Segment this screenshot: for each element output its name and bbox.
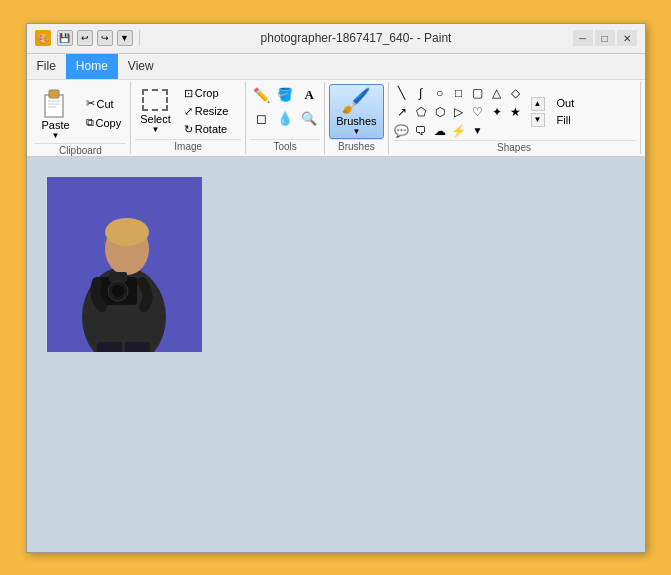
oval-shape[interactable]: ○ (431, 84, 449, 102)
shapes-group: ╲ ∫ ○ □ ▢ △ ◇ ↗ ⬠ ⬡ ▷ (389, 82, 641, 154)
rect-shape[interactable]: □ (450, 84, 468, 102)
clipboard-group: Paste ▼ ✂ Cut ⧉ Copy Clipboard (31, 82, 132, 154)
tools-label: Tools (250, 139, 320, 152)
color-picker-tool[interactable]: 💧 (274, 108, 296, 130)
brush-icon: 🖌️ (341, 87, 371, 115)
line-shape[interactable]: ╲ (393, 84, 411, 102)
fill-tool[interactable]: 🪣 (274, 84, 296, 106)
triangle-shape[interactable]: △ (488, 84, 506, 102)
star4-shape[interactable]: ✦ (488, 103, 506, 121)
shapes-label: Shapes (393, 140, 636, 153)
maximize-button[interactable]: □ (595, 30, 615, 46)
crop-button[interactable]: ⊡ Crop (180, 85, 223, 102)
pencil-tool[interactable]: ✏️ (250, 84, 272, 106)
save-button[interactable]: 💾 (57, 30, 73, 46)
right-arrow-shape[interactable]: ▷ (450, 103, 468, 121)
window-title: photographer-1867417_640- - Paint (146, 31, 567, 45)
paste-label: Paste (41, 119, 69, 131)
fill-button[interactable]: Fill (553, 112, 579, 128)
select-icon (142, 89, 168, 111)
resize-icon: ⤢ (184, 105, 193, 118)
curve-shape[interactable]: ∫ (412, 84, 430, 102)
close-button[interactable]: ✕ (617, 30, 637, 46)
svg-point-11 (112, 285, 124, 297)
pentagon-shape[interactable]: ⬠ (412, 103, 430, 121)
paint-canvas (47, 177, 202, 352)
paint-window: 🎨 💾 ↩ ↪ ▼ photographer-1867417_640- - Pa… (26, 23, 646, 553)
resize-button[interactable]: ⤢ Resize (180, 103, 233, 120)
shapes-scroll-up[interactable]: ▲ (531, 97, 545, 111)
menu-home[interactable]: Home (66, 54, 118, 79)
callout-shape[interactable]: 💬 (393, 122, 411, 140)
text-tool[interactable]: A (298, 84, 320, 106)
menu-view[interactable]: View (118, 54, 164, 79)
outline-button[interactable]: Out (553, 95, 579, 111)
copy-button[interactable]: ⧉ Copy (81, 114, 127, 131)
svg-rect-1 (49, 90, 59, 98)
tools-group: ✏️ 🪣 A ◻ 💧 🔍 Tools (246, 82, 325, 154)
canvas-area[interactable] (27, 157, 645, 552)
image-label: Image (135, 139, 241, 152)
rotate-button[interactable]: ↻ Rotate (180, 121, 231, 138)
separator (139, 30, 140, 46)
brushes-label: Brushes (329, 139, 383, 152)
image-group: Select ▼ ⊡ Crop ⤢ Resize (131, 82, 246, 154)
title-bar: 🎨 💾 ↩ ↪ ▼ photographer-1867417_640- - Pa… (27, 24, 645, 54)
select-button[interactable]: Select ▼ (135, 86, 176, 137)
copy-icon: ⧉ (86, 116, 94, 129)
cut-button[interactable]: ✂ Cut (81, 95, 127, 112)
hexagon-shape[interactable]: ⬡ (431, 103, 449, 121)
crop-icon: ⊡ (184, 87, 193, 100)
redo-button[interactable]: ↪ (97, 30, 113, 46)
shapes-scroll-down[interactable]: ▼ (531, 113, 545, 127)
brushes-group: 🖌️ Brushes ▼ Brushes (325, 82, 388, 154)
app-icon: 🎨 (35, 30, 51, 46)
customize-button[interactable]: ▼ (117, 30, 133, 46)
menu-file[interactable]: File (27, 54, 66, 79)
eraser-tool[interactable]: ◻ (250, 108, 272, 130)
scissors-icon: ✂ (86, 97, 95, 110)
more-shapes[interactable]: ▼ (469, 122, 487, 140)
paste-button[interactable]: Paste ▼ (35, 84, 77, 143)
diamond-shape[interactable]: ◇ (507, 84, 525, 102)
cloud-shape[interactable]: ☁ (431, 122, 449, 140)
star5-shape[interactable]: ★ (507, 103, 525, 121)
quick-access-toolbar: 💾 ↩ ↪ ▼ (57, 30, 133, 46)
lightning-shape[interactable]: ⚡ (450, 122, 468, 140)
svg-rect-12 (97, 342, 122, 352)
arrow-shape[interactable]: ↗ (393, 103, 411, 121)
paste-icon (40, 87, 72, 119)
svg-rect-13 (125, 342, 150, 352)
clipboard-label: Clipboard (35, 143, 127, 156)
window-controls: ─ □ ✕ (573, 30, 637, 46)
oval-callout-shape[interactable]: 🗨 (412, 122, 430, 140)
menu-bar: File Home View (27, 54, 645, 80)
round-rect-shape[interactable]: ▢ (469, 84, 487, 102)
rotate-icon: ↻ (184, 123, 193, 136)
svg-point-7 (105, 218, 149, 246)
ribbon: Paste ▼ ✂ Cut ⧉ Copy Clipboard (27, 80, 645, 157)
brushes-button[interactable]: 🖌️ Brushes ▼ (329, 84, 383, 139)
heart-shape[interactable]: ♡ (469, 103, 487, 121)
minimize-button[interactable]: ─ (573, 30, 593, 46)
undo-button[interactable]: ↩ (77, 30, 93, 46)
magnifier-tool[interactable]: 🔍 (298, 108, 320, 130)
